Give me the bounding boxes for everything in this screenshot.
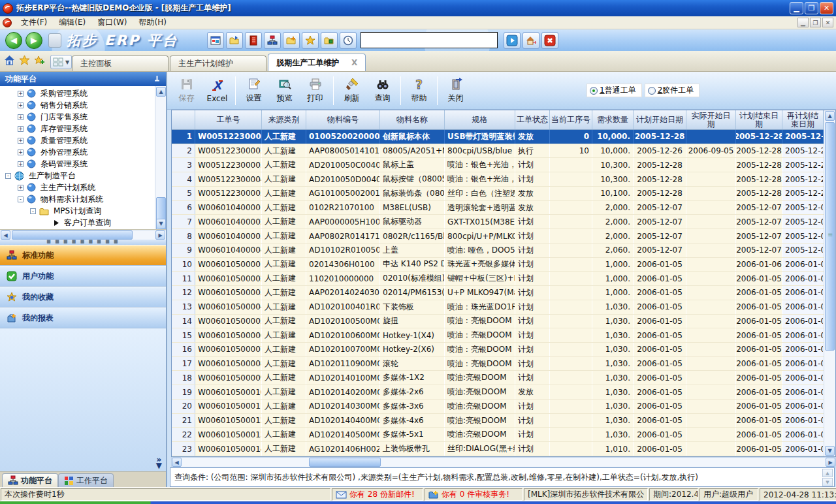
menu-item-3[interactable]: 帮助(H) bbox=[133, 16, 172, 28]
tree-expander-icon[interactable]: - bbox=[5, 173, 11, 179]
forward-button[interactable]: ▶ bbox=[25, 32, 42, 49]
tree-item-外协管理系统[interactable]: +外协管理系统 bbox=[0, 146, 155, 158]
tree-item-销售分销系统[interactable]: +销售分销系统 bbox=[0, 99, 155, 111]
table-scroll-up-icon[interactable]: ▲ bbox=[825, 111, 835, 121]
column-header-需求数量[interactable]: 需求数量 bbox=[592, 110, 634, 129]
toolbar-button-Excel[interactable]: XExcel bbox=[202, 74, 233, 108]
tree-expander-icon[interactable]: - bbox=[18, 197, 24, 202]
tree-item-采购管理系统[interactable]: +采购管理系统 bbox=[0, 87, 155, 99]
column-header-当前工序号[interactable]: 当前工序号 bbox=[550, 110, 592, 129]
table-row[interactable]: 16W006010500007人工新建AD1020100700M00Hotkey… bbox=[172, 343, 824, 357]
tree-expander-icon[interactable]: - bbox=[30, 208, 36, 214]
accordion-item-用户功能[interactable]: 用户功能 bbox=[0, 266, 166, 287]
tab-主控面板[interactable]: 主控面板 bbox=[72, 55, 169, 71]
table-row[interactable]: 15W006010500006人工新建AD1020100600M00Hotkey… bbox=[172, 328, 824, 343]
tree-horizontal-scrollbar[interactable]: ◀ ▶ bbox=[0, 230, 166, 240]
menu-item-0[interactable]: 文件(F) bbox=[15, 16, 53, 28]
toolbar-button-预览[interactable]: 预览 bbox=[269, 74, 300, 108]
tab-主生产计划维护[interactable]: 主生产计划维护 bbox=[170, 55, 266, 71]
accordion-item-标准功能[interactable]: 标准功能 bbox=[0, 245, 166, 266]
quickbar-button-clock-icon[interactable] bbox=[340, 32, 357, 49]
tabstrip-tool-star-add-icon[interactable] bbox=[34, 55, 45, 67]
tab-layout-button[interactable]: ▼ bbox=[50, 55, 72, 69]
back-button[interactable]: ◀ bbox=[5, 32, 22, 49]
column-header-rownum[interactable] bbox=[172, 110, 195, 129]
quickbar-button-folder-export-icon[interactable] bbox=[226, 32, 243, 49]
quickbar-button-folder-doc-icon[interactable] bbox=[321, 32, 338, 49]
column-header-物料名称[interactable]: 物料名称 bbox=[380, 110, 445, 129]
tree-item-生产制造平台[interactable]: -生产制造平台 bbox=[0, 170, 155, 181]
minimize-button[interactable]: ▁ bbox=[790, 2, 803, 14]
quickbar-button-exit-icon[interactable] bbox=[541, 32, 558, 49]
table-row[interactable]: 9W006010400004人工新建AD10102R0100500上盖喷油: 哑… bbox=[172, 244, 824, 258]
table-scroll-left-icon[interactable]: ◀ bbox=[172, 458, 182, 467]
query-scroll-down-icon[interactable]: ▼ bbox=[822, 478, 833, 486]
tree-expander-icon[interactable]: + bbox=[18, 126, 24, 132]
restore-button[interactable]: ❐ bbox=[805, 2, 818, 14]
table-row[interactable]: 21W006010500012人工新建AD1020140400M00多媒体-4x… bbox=[172, 414, 824, 428]
sidebar-splitter[interactable]: ■ ■ ■ ■ ■ ■ ■ ■ ■ bbox=[0, 240, 166, 245]
tabstrip-tool-star-icon[interactable] bbox=[19, 55, 30, 67]
sidebar-tab-工作平台[interactable]: 工作平台 bbox=[58, 473, 114, 487]
table-row[interactable]: 6W006010400001人工新建0102R21070100M38EL(USB… bbox=[172, 201, 824, 215]
table-row[interactable]: 12W006010500003人工新建AAP02014024030002014/… bbox=[172, 286, 824, 300]
tree-item-质量管理系统[interactable]: +质量管理系统 bbox=[0, 134, 155, 146]
mdi-close-button[interactable]: ✕ bbox=[822, 18, 833, 27]
mdi-minimize-button[interactable]: ▁ bbox=[797, 18, 809, 27]
tree-expander-icon[interactable]: + bbox=[18, 161, 24, 167]
quick-search-input[interactable] bbox=[361, 32, 498, 48]
column-header-再计划结束日期[interactable]: 再计划结束日期 bbox=[782, 110, 824, 129]
tree-expander-icon[interactable]: + bbox=[18, 102, 24, 108]
quickbar-button-notebook-icon[interactable] bbox=[245, 32, 262, 49]
sidebar-tab-功能平台[interactable]: 功能平台 bbox=[2, 473, 58, 487]
column-header-工单状态[interactable]: 工单状态 bbox=[515, 110, 550, 129]
scroll-left-icon[interactable]: ◀ bbox=[1, 230, 10, 240]
table-row[interactable]: 2W005122300002人工新建AAP08005014101008005/A… bbox=[172, 144, 824, 159]
column-header-规格[interactable]: 规格 bbox=[445, 110, 515, 129]
table-row[interactable]: 23W006010500014人工新建AG10201406H0020上装饰板带孔… bbox=[172, 442, 824, 456]
table-horizontal-scrollbar[interactable]: ◀ ▶ bbox=[171, 457, 836, 467]
table-row[interactable]: 8W006010400003人工新建AAP0802R01417100802R/c… bbox=[172, 229, 824, 244]
toolbar-button-刷新[interactable]: 刷新 bbox=[336, 74, 367, 108]
tree-item-物料需求计划系统[interactable]: -物料需求计划系统 bbox=[0, 193, 155, 205]
tab-close-icon[interactable]: X bbox=[340, 58, 357, 67]
scroll-down-icon[interactable]: ▼ bbox=[156, 219, 166, 228]
toolbar-button-设置[interactable]: 设置 bbox=[238, 74, 269, 108]
tab-脱期生产工单维护[interactable]: 脱期生产工单维护X bbox=[268, 54, 366, 71]
column-header-实际开始日期[interactable]: 实际开始日期 bbox=[686, 110, 736, 129]
table-row[interactable]: 22W006010500013人工新建AD1020140500M00多媒体-5x… bbox=[172, 428, 824, 442]
radio-circle-icon[interactable] bbox=[590, 87, 598, 95]
column-header-物料编号[interactable]: 物料编号 bbox=[306, 110, 380, 129]
table-row[interactable]: 20W006010500011人工新建AD1020140300M00多媒体-3x… bbox=[172, 400, 824, 414]
tree-item-库存管理系统[interactable]: +库存管理系统 bbox=[0, 123, 155, 134]
accordion-item-我的收藏[interactable]: 我的收藏 bbox=[0, 287, 166, 307]
toolbar-button-查询[interactable]: 查询 bbox=[367, 74, 398, 108]
quickbar-button-home-exit-icon[interactable] bbox=[522, 32, 539, 49]
scroll-right-icon[interactable]: ▶ bbox=[155, 230, 165, 240]
table-hscroll-thumb[interactable] bbox=[309, 458, 381, 467]
table-scroll-thumb[interactable] bbox=[825, 122, 835, 351]
quickbar-button-favorite-icon[interactable] bbox=[302, 32, 319, 49]
tree-expander-icon[interactable]: + bbox=[18, 185, 24, 191]
more-buttons-chevron[interactable]: »▼ bbox=[156, 457, 162, 469]
table-row[interactable]: 11W006010500002人工新建110201000000002010(标准… bbox=[172, 272, 824, 286]
quickbar-button-org-chart-icon[interactable] bbox=[264, 32, 281, 49]
table-row[interactable]: 7W006010400002人工新建AAP0000005H1000鼠标驱动器GX… bbox=[172, 215, 824, 229]
tree-vertical-scrollbar[interactable]: ▲ ▼ bbox=[155, 86, 166, 229]
mdi-restore-button[interactable]: ❐ bbox=[810, 18, 821, 27]
column-header-计划结束日期[interactable]: 计划结束日期 bbox=[736, 110, 782, 129]
tree-item-客户订单查询[interactable]: 客户订单查询 bbox=[0, 217, 155, 228]
menu-item-2[interactable]: 窗口(W) bbox=[91, 16, 133, 28]
table-row[interactable]: 4W005122300004人工新建AD2010050D00400鼠标按键（08… bbox=[172, 172, 824, 187]
radio-option-胶件工单[interactable]: 2胶件工单 bbox=[645, 84, 700, 97]
toolbar-button-打印[interactable]: 打印 bbox=[300, 74, 330, 108]
radio-option-普通工单[interactable]: 1普通工单 bbox=[587, 84, 642, 97]
tabstrip-tool-home-icon[interactable] bbox=[4, 55, 15, 67]
table-row[interactable]: 3W005122300003人工新建AD2010050C00400鼠标上盖喷油：… bbox=[172, 158, 824, 172]
table-row[interactable]: 5W005122300005人工新建AG1010050020010鼠标装饰条（0… bbox=[172, 187, 824, 201]
close-button[interactable]: ✕ bbox=[820, 2, 833, 14]
query-scroll-up-icon[interactable]: ▲ bbox=[822, 469, 833, 477]
table-row[interactable]: 14W006010500005人工新建AD1020100500M00旋扭喷油：亮… bbox=[172, 315, 824, 329]
tree-expander-icon[interactable]: + bbox=[18, 114, 24, 120]
quickbar-button-folder-add-icon[interactable] bbox=[283, 32, 300, 49]
